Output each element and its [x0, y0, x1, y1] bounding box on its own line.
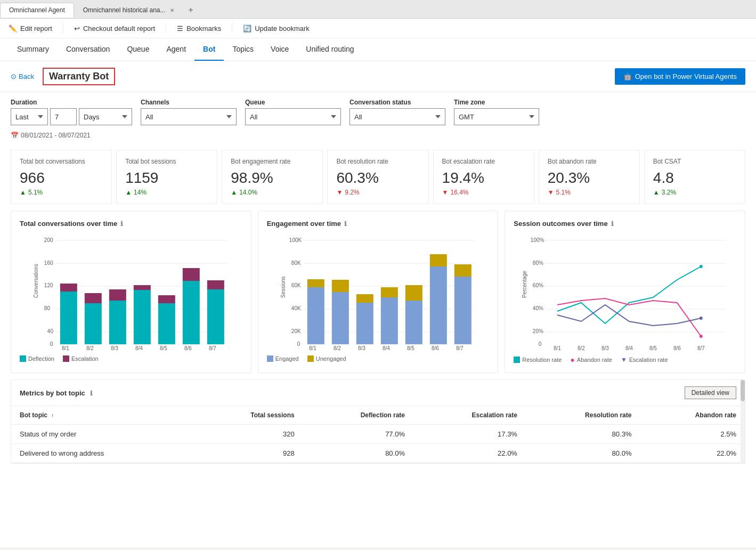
- queue-select[interactable]: All: [245, 108, 341, 125]
- svg-rect-53: [381, 287, 398, 297]
- kpi-card-4: Bot escalation rate 19.4% ▼ 16.4%: [433, 150, 534, 204]
- page-title: Warranty Bot: [43, 68, 115, 85]
- svg-text:Percentage: Percentage: [522, 270, 527, 298]
- svg-rect-18: [134, 289, 151, 344]
- edit-report-button[interactable]: ✏️ Edit report: [9, 25, 52, 33]
- conversation-status-select[interactable]: All: [349, 108, 445, 125]
- tab-unified-routing[interactable]: Unified routing: [297, 38, 362, 61]
- cell-escalation-1: 22.0%: [413, 444, 526, 463]
- deflection-label: Deflection: [28, 355, 54, 362]
- svg-text:8/7: 8/7: [456, 345, 464, 351]
- chart-session-outcomes-legend: Resolution rate ● Abandon rate ▼ Escalat…: [514, 355, 736, 364]
- timezone-filter: Time zone GMT: [454, 99, 539, 125]
- duration-value-input[interactable]: [50, 108, 77, 125]
- arrow-up-icon-6: ▲: [653, 189, 660, 196]
- kpi-change-3: ▼ 9.2%: [336, 189, 419, 196]
- close-icon[interactable]: ✕: [170, 7, 174, 13]
- toolbar-separator: [63, 23, 63, 34]
- tab-topics[interactable]: Topics: [224, 38, 262, 61]
- svg-rect-19: [134, 285, 151, 290]
- svg-rect-58: [454, 277, 472, 344]
- kpi-card-3: Bot resolution rate 60.3% ▼ 9.2%: [327, 150, 428, 204]
- cell-sessions-1: 928: [193, 444, 303, 463]
- open-bot-button[interactable]: 🤖 Open bot in Power Virtual Agents: [615, 68, 745, 85]
- unengaged-label: Unengaged: [316, 355, 346, 362]
- chart-engagement-title: Engagement over time ℹ: [267, 220, 490, 228]
- svg-text:8/7: 8/7: [209, 345, 216, 351]
- svg-text:8/1: 8/1: [62, 345, 69, 351]
- svg-point-82: [700, 317, 703, 320]
- legend-abandon-rate: ● Abandon rate: [570, 355, 612, 364]
- table-section: Metrics by bot topic ℹ Detailed view Bot…: [11, 379, 745, 464]
- tab-voice[interactable]: Voice: [262, 38, 297, 61]
- legend-escalation: Escalation: [63, 355, 99, 362]
- svg-text:0: 0: [50, 341, 53, 347]
- arrow-down-icon-3: ▼: [336, 189, 343, 196]
- back-button[interactable]: ⊙ Back: [11, 72, 34, 80]
- back-label: Back: [19, 72, 34, 80]
- chart-engagement-area: 100K 80K 60K 40K 20K 0 Sessions: [267, 234, 490, 351]
- edit-icon: ✏️: [9, 25, 17, 33]
- table-body: Status of my order 320 77.0% 17.3% 80.3%…: [11, 425, 745, 463]
- svg-text:80K: 80K: [291, 260, 301, 266]
- svg-rect-52: [381, 297, 398, 344]
- kpi-value-6: 4.8: [653, 169, 736, 187]
- svg-text:80%: 80%: [533, 260, 543, 266]
- timezone-select[interactable]: GMT: [454, 108, 539, 125]
- engaged-color: [267, 355, 273, 362]
- bot-icon: 🤖: [623, 72, 632, 80]
- sort-icon[interactable]: ↑: [51, 412, 54, 418]
- kpi-change-value-1: 14%: [134, 189, 147, 196]
- duration-unit-select[interactable]: Days: [79, 108, 132, 125]
- cell-resolution-0: 80.3%: [526, 425, 640, 444]
- escalation-rate-label: Escalation rate: [629, 357, 668, 363]
- update-icon: 🔄: [243, 25, 251, 33]
- kpi-card-0: Total bot conversations 966 ▲ 5.1%: [11, 150, 112, 204]
- svg-rect-56: [430, 266, 447, 344]
- page-content: ⊙ Back Warranty Bot 🤖 Open bot in Power …: [0, 61, 756, 547]
- col-deflection-rate: Deflection rate: [303, 406, 413, 425]
- tab-conversation[interactable]: Conversation: [58, 38, 119, 61]
- queue-label: Queue: [245, 99, 341, 106]
- bookmarks-label: Bookmarks: [186, 25, 221, 33]
- tab-summary[interactable]: Summary: [9, 38, 58, 61]
- kpi-card-2: Bot engagement rate 98.9% ▲ 14.0%: [222, 150, 323, 204]
- bookmarks-button[interactable]: ☰ Bookmarks: [177, 25, 221, 33]
- metrics-table: Bot topic ↑ Total sessions Deflection ra…: [11, 406, 745, 463]
- kpi-value-4: 19.4%: [442, 169, 525, 187]
- tab-agent[interactable]: Agent: [158, 38, 194, 61]
- svg-rect-20: [158, 303, 175, 344]
- scrollbar-thumb[interactable]: [741, 380, 745, 401]
- detailed-view-button[interactable]: Detailed view: [685, 386, 736, 399]
- svg-rect-24: [207, 289, 224, 344]
- svg-rect-21: [158, 295, 175, 303]
- scrollbar-track[interactable]: [741, 380, 745, 463]
- cell-topic-1: Delivered to wrong address: [11, 444, 193, 463]
- svg-rect-49: [332, 280, 349, 292]
- svg-text:40%: 40%: [533, 305, 543, 311]
- chart-conversations-area: 200 160 120 80 40 0 Conversations: [20, 234, 242, 351]
- svg-text:8/5: 8/5: [649, 345, 657, 351]
- svg-text:8/1: 8/1: [309, 345, 316, 351]
- tab-omnichannel-agent[interactable]: Omnichannel Agent: [0, 3, 74, 18]
- channels-select[interactable]: All: [141, 108, 237, 125]
- svg-rect-25: [207, 280, 224, 289]
- add-tab-button[interactable]: +: [183, 2, 199, 18]
- open-bot-label: Open bot in Power Virtual Agents: [635, 72, 737, 80]
- chart-conversations-legend: Deflection Escalation: [20, 355, 242, 362]
- duration-option-select[interactable]: Last: [11, 108, 48, 125]
- nav-tabs: Summary Conversation Queue Agent Bot Top…: [0, 38, 756, 61]
- svg-text:20K: 20K: [291, 328, 301, 334]
- tab-bot[interactable]: Bot: [194, 38, 224, 61]
- channels-filter: Channels All: [141, 99, 237, 125]
- tab-queue[interactable]: Queue: [118, 38, 158, 61]
- header-left: ⊙ Back Warranty Bot: [11, 68, 115, 85]
- kpi-value-0: 966: [20, 169, 103, 187]
- chart-session-outcomes-title: Session outcomes over time ℹ: [514, 220, 736, 228]
- svg-rect-47: [307, 279, 324, 287]
- tab-omnichannel-historical[interactable]: Omnichannel historical ana... ✕: [74, 3, 183, 18]
- checkout-default-button[interactable]: ↩ Checkout default report: [74, 25, 155, 33]
- update-bookmark-button[interactable]: 🔄 Update bookmark: [243, 25, 310, 33]
- svg-text:8/5: 8/5: [160, 345, 167, 351]
- table-header-row-tr: Bot topic ↑ Total sessions Deflection ra…: [11, 406, 745, 425]
